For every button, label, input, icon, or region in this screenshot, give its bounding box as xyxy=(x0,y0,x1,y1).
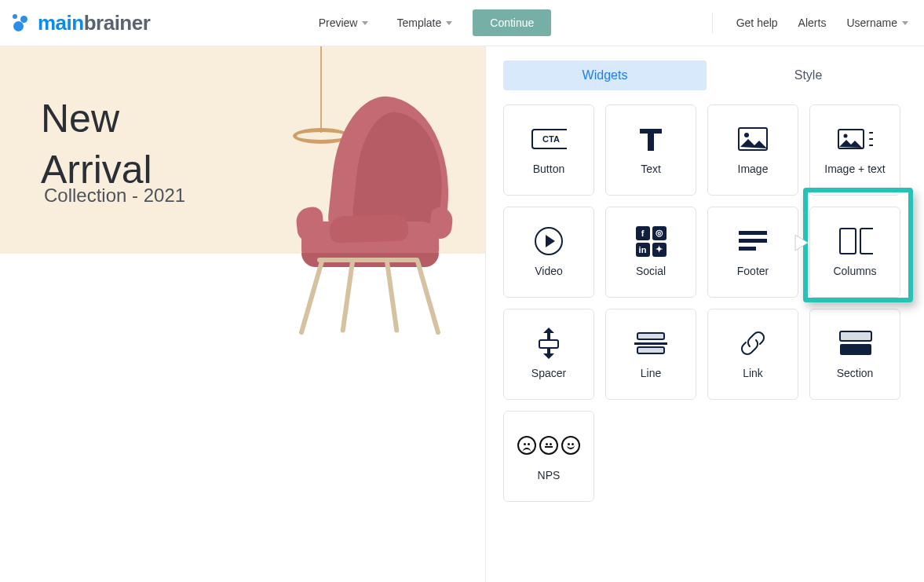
username-dropdown[interactable]: Username xyxy=(846,16,908,29)
widget-link[interactable]: Link xyxy=(707,309,798,400)
widget-label: Button xyxy=(533,163,564,175)
widget-label: Video xyxy=(535,265,563,277)
divider xyxy=(712,13,713,33)
widget-label: Line xyxy=(641,367,661,379)
caret-down-icon xyxy=(362,21,368,25)
svg-point-5 xyxy=(844,134,848,138)
brand-logo-mark xyxy=(11,13,31,33)
widget-text[interactable]: Text xyxy=(605,104,696,196)
widget-grid: CTA Button Text Image xyxy=(503,104,910,502)
widget-label: NPS xyxy=(538,469,561,481)
widget-video[interactable]: Video xyxy=(503,207,594,298)
svg-rect-14 xyxy=(860,229,873,254)
svg-rect-10 xyxy=(739,231,767,235)
widget-section[interactable]: Section xyxy=(809,309,900,400)
widget-line[interactable]: Line xyxy=(605,309,696,400)
svg-rect-16 xyxy=(637,333,664,339)
widget-button[interactable]: CTA Button xyxy=(503,104,594,196)
section-icon xyxy=(837,329,873,357)
svg-rect-13 xyxy=(840,229,856,254)
link-icon xyxy=(735,329,771,357)
widget-label: Spacer xyxy=(531,367,566,379)
topbar: mainbrainer Preview Template Continue Ge… xyxy=(0,0,924,46)
template-label: Template xyxy=(396,16,441,29)
widget-label: Social xyxy=(636,265,666,277)
widget-label: Text xyxy=(641,163,661,175)
columns-icon xyxy=(837,227,873,255)
svg-point-3 xyxy=(744,133,749,137)
widget-label: Columns xyxy=(833,265,876,277)
svg-rect-19 xyxy=(840,331,871,341)
svg-rect-12 xyxy=(739,247,756,251)
image-icon xyxy=(735,125,771,153)
username-label: Username xyxy=(846,16,897,29)
panel-tabs: Widgets Style xyxy=(503,60,910,90)
widget-nps[interactable]: NPS xyxy=(503,411,594,502)
svg-rect-20 xyxy=(840,344,871,355)
widget-spacer[interactable]: Spacer xyxy=(503,309,594,400)
sidebar-panel: Widgets Style CTA Button Text xyxy=(486,46,924,582)
continue-button[interactable]: Continue xyxy=(473,9,551,36)
social-icons-icon: f◎in✦ xyxy=(633,227,669,255)
svg-rect-18 xyxy=(637,347,664,353)
hero-block[interactable]: New Arrival Collection - 2021 xyxy=(0,46,485,254)
widget-columns[interactable]: Columns xyxy=(809,207,900,298)
editor-canvas[interactable]: New Arrival Collection - 2021 xyxy=(0,46,486,582)
text-icon xyxy=(633,125,669,153)
video-play-icon xyxy=(531,227,567,255)
svg-rect-15 xyxy=(539,340,558,348)
widget-image-text[interactable]: Image + text xyxy=(809,104,900,196)
hero-subtitle: Collection - 2021 xyxy=(44,185,185,207)
get-help-link[interactable]: Get help xyxy=(736,16,778,29)
right-nav: Get help Alerts Username xyxy=(712,13,908,33)
widget-label: Link xyxy=(743,367,763,379)
svg-rect-17 xyxy=(634,342,667,345)
widget-social[interactable]: f◎in✦ Social xyxy=(605,207,696,298)
widget-label: Section xyxy=(837,367,874,379)
tab-style[interactable]: Style xyxy=(707,60,910,90)
alerts-link[interactable]: Alerts xyxy=(798,16,827,29)
widget-image[interactable]: Image xyxy=(707,104,798,196)
tab-widgets[interactable]: Widgets xyxy=(503,60,707,90)
caret-down-icon xyxy=(446,21,452,25)
hero-title-line1: New xyxy=(41,97,119,141)
caret-down-icon xyxy=(902,21,908,25)
preview-dropdown[interactable]: Preview xyxy=(311,12,377,34)
template-dropdown[interactable]: Template xyxy=(389,12,460,34)
brand-logo[interactable]: mainbrainer xyxy=(11,11,150,35)
widget-label: Footer xyxy=(737,265,769,277)
nps-faces-icon xyxy=(531,431,567,459)
widget-label: Image + text xyxy=(824,163,885,175)
hero-title: New Arrival xyxy=(41,93,152,196)
preview-label: Preview xyxy=(319,16,358,29)
footer-icon xyxy=(735,227,771,255)
widget-label: Image xyxy=(738,163,769,175)
hero-chair-image xyxy=(283,90,471,349)
cta-button-icon: CTA xyxy=(531,125,567,153)
svg-text:CTA: CTA xyxy=(542,134,560,144)
line-icon xyxy=(633,329,669,357)
widget-footer[interactable]: Footer xyxy=(707,207,798,298)
spacer-icon xyxy=(531,329,567,357)
center-nav: Preview Template Continue xyxy=(150,9,711,36)
svg-rect-11 xyxy=(739,239,767,243)
brand-logo-text: mainbrainer xyxy=(38,11,150,35)
image-text-icon xyxy=(837,125,873,153)
